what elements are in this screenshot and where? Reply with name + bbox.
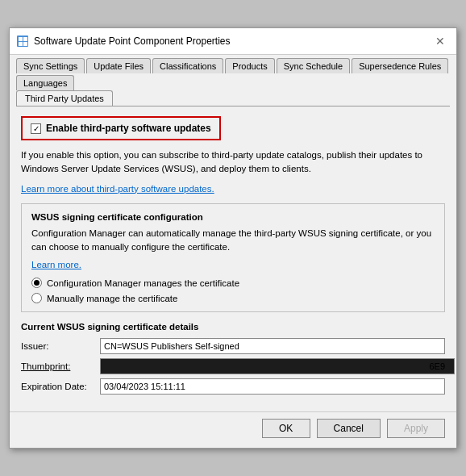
tab-classifications[interactable]: Classifications <box>152 58 223 73</box>
cert-row-expiration: Expiration Date: <box>21 378 445 395</box>
cert-section-title: Current WSUS signing certificate details <box>21 322 445 332</box>
radio-manually-input[interactable] <box>31 293 42 303</box>
cert-input-thumbprint[interactable] <box>100 358 455 374</box>
radio-group: Configuration Manager manages the certif… <box>31 278 435 303</box>
cert-label-issuer: Issuer: <box>21 341 94 351</box>
close-button[interactable]: ✕ <box>431 33 450 49</box>
cancel-button[interactable]: Cancel <box>317 419 381 438</box>
wsus-section-desc: Configuration Manager can automatically … <box>31 227 435 255</box>
wsus-learn-more-link[interactable]: Learn more. <box>31 260 81 269</box>
tab-languages[interactable]: Languages <box>16 75 74 90</box>
svg-rect-2 <box>23 37 27 41</box>
cert-input-issuer[interactable] <box>100 338 445 354</box>
description-text: If you enable this option, you can subsc… <box>21 148 445 177</box>
window-title: Software Update Point Component Properti… <box>34 35 230 47</box>
svg-rect-1 <box>19 37 23 41</box>
footer: OK Cancel Apply <box>10 411 456 448</box>
wsus-section-title: WSUS signing certificate configuration <box>31 212 435 222</box>
radio-config-manager-label: Configuration Manager manages the certif… <box>47 278 239 288</box>
ok-button[interactable]: OK <box>262 419 310 438</box>
title-bar: Software Update Point Component Properti… <box>10 28 456 55</box>
radio-config-manager[interactable]: Configuration Manager manages the certif… <box>31 278 435 288</box>
radio-config-manager-input[interactable] <box>31 278 42 288</box>
radio-manually-label: Manually manage the certificate <box>47 294 177 303</box>
enable-checkbox[interactable] <box>31 123 41 134</box>
apply-button[interactable]: Apply <box>387 419 445 438</box>
tabs-row-1: Sync Settings Update Files Classificatio… <box>10 55 456 90</box>
enable-box[interactable]: Enable third-party software updates <box>21 116 221 140</box>
learn-more-link[interactable]: Learn more about third-party software up… <box>21 184 214 194</box>
radio-manually[interactable]: Manually manage the certificate <box>31 293 435 303</box>
svg-rect-4 <box>23 42 27 46</box>
cert-section: Current WSUS signing certificate details… <box>21 322 445 395</box>
enable-label: Enable third-party software updates <box>46 123 211 134</box>
wsus-section: WSUS signing certificate configuration C… <box>21 203 445 313</box>
cert-label-expiration: Expiration Date: <box>21 382 94 391</box>
svg-rect-3 <box>19 42 23 46</box>
tab-supersedence-rules[interactable]: Supersedence Rules <box>352 58 448 73</box>
cert-input-expiration[interactable] <box>100 378 445 395</box>
window-icon <box>16 35 29 48</box>
tab-update-files[interactable]: Update Files <box>86 58 151 73</box>
tab-sync-settings[interactable]: Sync Settings <box>16 58 85 73</box>
main-window: Software Update Point Component Properti… <box>9 27 457 449</box>
tab-sync-schedule[interactable]: Sync Schedule <box>277 58 350 73</box>
cert-label-thumbprint: Thumbprint: <box>21 361 94 371</box>
cert-row-thumbprint: Thumbprint: 6E9 <box>21 358 445 374</box>
cert-row-issuer: Issuer: <box>21 338 445 354</box>
tab-products[interactable]: Products <box>225 58 274 73</box>
tab-third-party-updates[interactable]: Third Party Updates <box>16 90 113 106</box>
tabs-row-2: Third Party Updates <box>10 90 456 106</box>
content-area: Enable third-party software updates If y… <box>10 106 456 408</box>
